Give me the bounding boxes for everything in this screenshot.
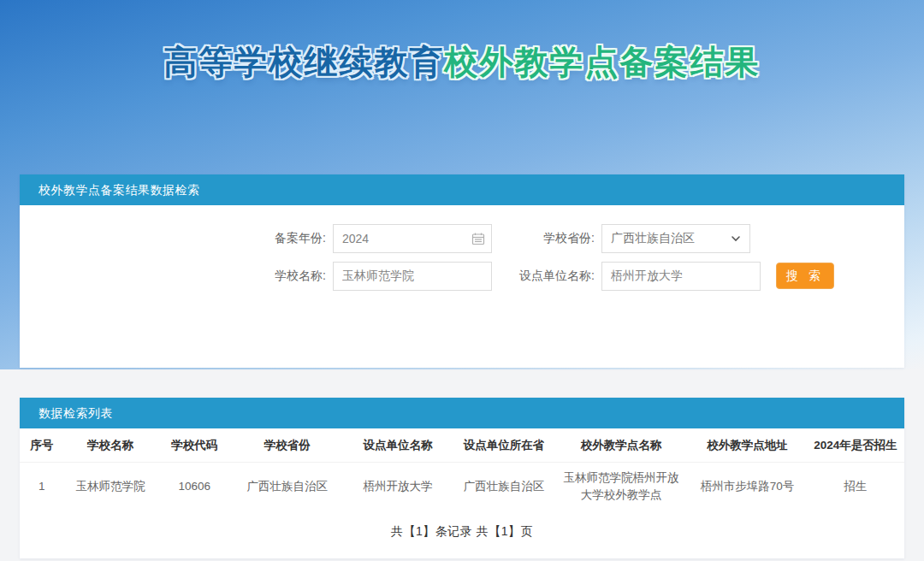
- form-row-1: 备案年份: 学校省份:: [251, 224, 904, 253]
- chevron-down-icon: [731, 233, 741, 244]
- cell-school-name: 玉林师范学院: [64, 463, 157, 511]
- search-panel-body: 备案年份: 学校省份:: [20, 205, 904, 368]
- year-label: 备案年份:: [251, 231, 333, 246]
- cell-school-province: 广西壮族自治区: [232, 463, 342, 511]
- school-name-label: 学校名称:: [251, 269, 333, 284]
- col-header-school-province: 学校省份: [232, 428, 342, 463]
- col-header-unit-name: 设点单位名称: [342, 428, 453, 463]
- cell-unit-province: 广西壮族自治区: [453, 463, 555, 511]
- year-input-wrap: [333, 224, 492, 253]
- page-title-part-1: 高等学校继续教育: [164, 44, 445, 80]
- cell-site-name: 玉林师范学院梧州开放大学校外教学点: [555, 463, 688, 511]
- search-button[interactable]: 搜 索: [776, 263, 834, 289]
- school-name-input-wrap: [333, 262, 492, 291]
- search-panel: 校外教学点备案结果数据检索 备案年份:: [20, 174, 904, 368]
- unit-name-input-wrap: [601, 262, 761, 291]
- pagination-summary: 共【1】条记录 共【1】页: [20, 511, 904, 546]
- results-table: 序号 学校名称 学校代码 学校省份 设点单位名称 设点单位所在省 校外教学点名称…: [20, 428, 904, 511]
- school-name-input[interactable]: [333, 262, 492, 291]
- col-header-site-name: 校外教学点名称: [555, 428, 688, 463]
- year-input[interactable]: [333, 224, 492, 253]
- cell-unit-name: 梧州开放大学: [342, 463, 453, 511]
- unit-name-input[interactable]: [601, 262, 761, 291]
- col-header-school-code: 学校代码: [157, 428, 232, 463]
- col-header-index: 序号: [20, 428, 64, 463]
- cell-enrolling: 招生: [807, 463, 904, 511]
- page-title: 高等学校继续教育校外教学点备案结果: [0, 0, 924, 81]
- page-title-part-2: 校外教学点备案结果: [445, 44, 761, 80]
- results-panel: 数据检索列表 序号 学校名称 学校代码 学校省份 设点单位名称 设点单位所在省: [20, 398, 904, 558]
- province-label: 学校省份:: [519, 231, 601, 246]
- form-row-2: 学校名称: 设点单位名称: 搜 索: [251, 262, 904, 291]
- results-panel-header: 数据检索列表: [20, 398, 904, 428]
- table-row: 1 玉林师范学院 10606 广西壮族自治区 梧州开放大学 广西壮族自治区 玉林…: [20, 463, 904, 511]
- province-select-value: 广西壮族自治区: [611, 231, 695, 246]
- col-header-site-address: 校外教学点地址: [688, 428, 808, 463]
- search-panel-header: 校外教学点备案结果数据检索: [20, 174, 904, 205]
- cell-school-code: 10606: [157, 463, 232, 511]
- col-header-school-name: 学校名称: [64, 428, 157, 463]
- calendar-icon[interactable]: [471, 232, 485, 245]
- province-select[interactable]: 广西壮族自治区: [601, 224, 750, 253]
- col-header-unit-province: 设点单位所在省: [453, 428, 555, 463]
- results-table-body: 序号 学校名称 学校代码 学校省份 设点单位名称 设点单位所在省 校外教学点名称…: [20, 428, 904, 558]
- cell-index: 1: [20, 463, 64, 511]
- unit-name-label: 设点单位名称:: [506, 269, 601, 284]
- table-header-row: 序号 学校名称 学校代码 学校省份 设点单位名称 设点单位所在省 校外教学点名称…: [20, 428, 904, 463]
- cell-site-address: 梧州市步埠路70号: [688, 463, 808, 511]
- col-header-enrolling: 2024年是否招生: [807, 428, 904, 463]
